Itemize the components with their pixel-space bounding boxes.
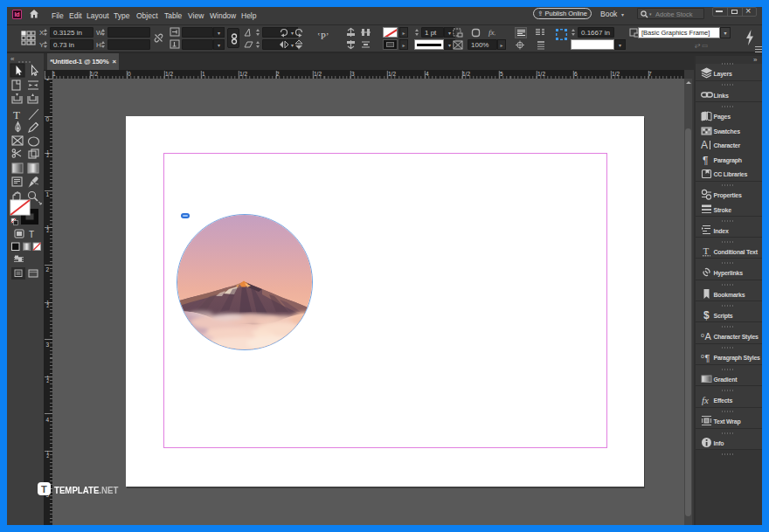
svg-text:T: T (703, 245, 710, 256)
svg-text:$: $ (703, 309, 710, 321)
svg-text:A: A (705, 331, 712, 342)
svg-text:o: o (701, 353, 704, 359)
svg-text:o: o (701, 332, 704, 338)
svg-text:¶: ¶ (703, 155, 708, 166)
svg-text:A: A (701, 139, 708, 150)
svg-text:T: T (13, 108, 20, 121)
svg-text:¶: ¶ (705, 353, 710, 363)
svg-text:T: T (29, 230, 34, 239)
svg-text:fx: fx (702, 395, 709, 405)
